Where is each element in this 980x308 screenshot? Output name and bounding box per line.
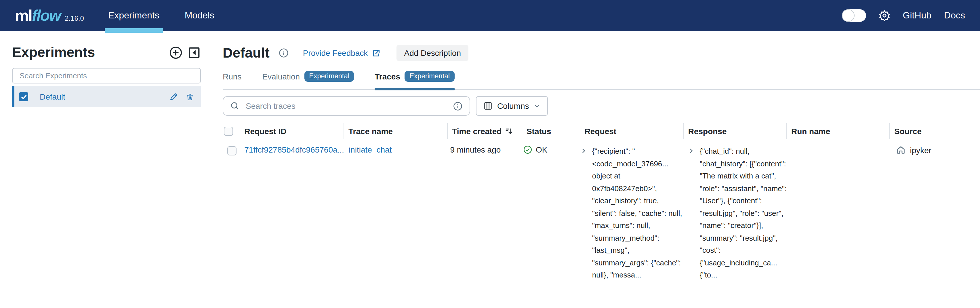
sidebar-header-icons <box>169 46 201 59</box>
experiment-actions <box>169 92 194 101</box>
header-request[interactable]: Request <box>580 123 684 139</box>
nav-tab-experiments[interactable]: Experiments <box>108 0 159 31</box>
experiment-header: Default Provide Feedback Add Description <box>223 45 980 61</box>
external-link-icon <box>372 49 380 57</box>
theme-toggle[interactable] <box>842 9 866 22</box>
traces-table-header: Request ID Trace name Time created Statu… <box>223 123 980 139</box>
experiment-tabs: Runs Evaluation Experimental Traces Expe… <box>223 71 980 90</box>
trace-name-link[interactable]: initiate_chat <box>349 145 391 154</box>
status-cell: OK <box>519 145 576 154</box>
tab-evaluation[interactable]: Evaluation Experimental <box>262 71 354 89</box>
mlflow-logo[interactable]: ml flow 2.16.0 <box>15 6 84 24</box>
header-trace-name[interactable]: Trace name <box>344 123 447 139</box>
status-label: OK <box>536 145 547 154</box>
experimental-badge: Experimental <box>405 71 454 82</box>
columns-button-label: Columns <box>497 101 529 110</box>
docs-link[interactable]: Docs <box>944 10 965 21</box>
experiment-main: Default Provide Feedback Add Description <box>223 31 980 281</box>
sidebar-search <box>12 68 201 83</box>
version-label: 2.16.0 <box>65 14 84 22</box>
tab-traces-label: Traces <box>375 72 400 81</box>
primary-nav: Experiments Models <box>108 0 240 31</box>
experiment-name[interactable]: Default <box>40 92 65 101</box>
collapse-sidebar-icon[interactable] <box>188 46 201 59</box>
trace-name-cell: initiate_chat <box>344 145 446 154</box>
header-status[interactable]: Status <box>522 123 580 139</box>
trash-icon[interactable] <box>186 93 194 101</box>
home-icon <box>896 145 906 155</box>
search-traces-box <box>223 96 470 116</box>
header-request-id[interactable]: Request ID <box>240 123 344 139</box>
logo-text-ml: ml <box>15 6 32 24</box>
chevron-right-icon[interactable] <box>580 147 587 154</box>
sort-descending-icon[interactable] <box>504 127 513 135</box>
chevron-down-icon <box>534 102 541 109</box>
request-preview: {"recipient": " <code_model_37696... obj… <box>592 145 683 281</box>
header-run-name[interactable]: Run name <box>787 123 890 139</box>
source-label: ipyker <box>910 145 931 155</box>
response-cell: {"chat_id": null, "chat_history": [{"con… <box>683 145 791 281</box>
select-all-checkbox-cell <box>223 123 240 139</box>
header-response[interactable]: Response <box>684 123 787 139</box>
search-experiments-input[interactable] <box>18 71 194 81</box>
request-id-cell: 71ffcf92785b4dfc965760a... <box>240 145 344 154</box>
info-icon[interactable] <box>279 48 289 58</box>
pencil-icon[interactable] <box>169 92 178 101</box>
add-description-button[interactable]: Add Description <box>396 45 468 61</box>
search-traces-input[interactable] <box>245 101 453 111</box>
columns-button[interactable]: Columns <box>476 96 548 116</box>
response-preview: {"chat_id": null, "chat_history": [{"con… <box>700 145 791 281</box>
experimental-badge: Experimental <box>304 71 354 82</box>
add-experiment-icon[interactable] <box>169 46 183 59</box>
search-icon <box>230 101 239 110</box>
gear-icon[interactable] <box>879 10 890 21</box>
tab-traces[interactable]: Traces Experimental <box>375 71 454 89</box>
mlflow-app: ml flow 2.16.0 Experiments Models GitHub <box>0 0 980 308</box>
row-checkbox-cell <box>223 145 240 155</box>
table-row: 71ffcf92785b4dfc965760a... initiate_chat… <box>223 139 980 281</box>
time-created-cell: 9 minutes ago <box>445 145 519 154</box>
top-navbar: ml flow 2.16.0 Experiments Models GitHub <box>0 0 980 31</box>
tab-evaluation-label: Evaluation <box>262 72 300 81</box>
check-circle-icon <box>523 145 532 154</box>
theme-toggle-knob <box>842 9 854 22</box>
page-content: Experiments <box>0 31 980 281</box>
nav-tab-experiments-label: Experiments <box>108 10 159 21</box>
request-cell: {"recipient": " <code_model_37696... obj… <box>576 145 683 281</box>
header-source[interactable]: Source <box>890 123 980 139</box>
header-time-created-label: Time created <box>452 126 501 136</box>
columns-icon <box>484 101 493 110</box>
nav-tab-models-label: Models <box>185 10 214 21</box>
header-time-created[interactable]: Time created <box>447 123 522 139</box>
page-title: Default <box>223 45 270 61</box>
tab-runs-label: Runs <box>223 72 242 81</box>
traces-controls: Columns <box>223 96 980 116</box>
chevron-right-icon[interactable] <box>688 147 695 154</box>
provide-feedback-label: Provide Feedback <box>303 48 368 57</box>
request-id-link[interactable]: 71ffcf92785b4dfc965760a... <box>244 145 344 154</box>
experiments-sidebar: Experiments <box>0 31 207 107</box>
search-info-icon[interactable] <box>453 101 463 111</box>
select-all-checkbox[interactable] <box>224 126 233 136</box>
sidebar-header: Experiments <box>12 44 201 61</box>
sidebar-title: Experiments <box>12 44 95 61</box>
source-cell: ipyker <box>891 145 980 155</box>
logo-text-flow: flow <box>32 6 61 24</box>
github-link[interactable]: GitHub <box>903 10 932 21</box>
experiment-checkbox-checked[interactable] <box>19 92 28 101</box>
sidebar-item-default[interactable]: Default <box>12 86 201 107</box>
navbar-right-group: GitHub Docs <box>842 9 965 22</box>
row-checkbox[interactable] <box>227 146 237 155</box>
provide-feedback-link[interactable]: Provide Feedback <box>303 48 381 57</box>
nav-tab-models[interactable]: Models <box>185 0 214 31</box>
tab-runs[interactable]: Runs <box>223 72 242 88</box>
traces-table: Request ID Trace name Time created Statu… <box>223 123 980 281</box>
